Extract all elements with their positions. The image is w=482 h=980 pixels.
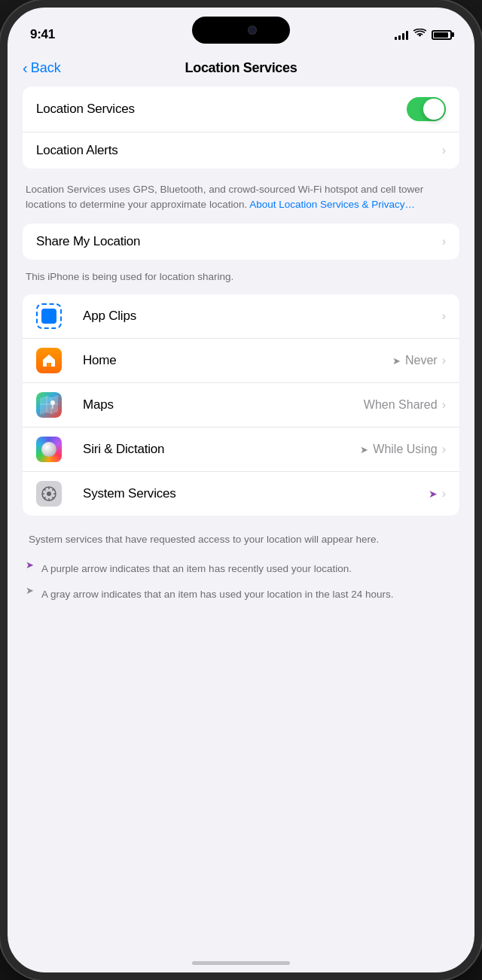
- system-services-note: System services that have requested acce…: [26, 525, 456, 558]
- home-indicator: [192, 961, 290, 965]
- chevron-icon: ›: [442, 354, 446, 367]
- svg-line-10: [52, 498, 53, 499]
- share-location-right: ›: [442, 235, 446, 248]
- location-alerts-label: Location Alerts: [36, 143, 118, 158]
- location-arrow-icon: ➤: [392, 355, 401, 367]
- app-clips-label: App Clips: [83, 309, 136, 324]
- svg-rect-0: [47, 363, 50, 367]
- maps-app-right: When Shared ›: [364, 398, 446, 412]
- system-location-arrow-icon: ➤: [429, 488, 438, 500]
- maps-app-icon: [36, 392, 62, 418]
- signal-icon: [395, 29, 408, 40]
- home-app-left: Home: [36, 348, 117, 373]
- gray-arrow-icon: ➤: [26, 585, 34, 596]
- svg-line-11: [52, 489, 53, 491]
- svg-point-4: [47, 492, 51, 496]
- siri-row[interactable]: Siri & Dictation ➤ While Using ›: [23, 428, 459, 472]
- wifi-icon: [413, 29, 426, 41]
- chevron-icon: ›: [442, 144, 446, 157]
- battery-icon: [432, 30, 452, 40]
- phone-frame: 9:41: [0, 0, 482, 980]
- home-app-right: ➤ Never ›: [392, 354, 446, 367]
- chevron-icon: ›: [442, 235, 446, 248]
- location-alerts-row[interactable]: Location Alerts ›: [23, 132, 459, 169]
- dynamic-island-dot: [249, 26, 256, 34]
- chevron-icon: ›: [442, 443, 446, 456]
- siri-label: Siri & Dictation: [83, 442, 164, 457]
- page-title: Location Services: [185, 60, 297, 76]
- maps-app-left: Maps: [36, 392, 114, 418]
- nav-bar: ‹ Back Location Services: [8, 53, 474, 84]
- gray-arrow-note: ➤ A gray arrow indicates that an item ha…: [26, 584, 456, 610]
- maps-app-row[interactable]: Maps When Shared ›: [23, 383, 459, 428]
- home-status: Never: [405, 354, 438, 367]
- app-clips-row[interactable]: App Clips ›: [23, 294, 459, 339]
- status-time: 9:41: [30, 27, 55, 42]
- privacy-link[interactable]: About Location Services & Privacy…: [249, 199, 415, 210]
- chevron-icon: ›: [442, 398, 446, 412]
- siri-left: Siri & Dictation: [36, 437, 164, 462]
- back-button[interactable]: ‹ Back: [23, 60, 61, 76]
- gray-note-text: A gray arrow indicates that an item has …: [41, 584, 394, 605]
- location-alerts-right: ›: [442, 144, 446, 157]
- chevron-icon: ›: [442, 487, 446, 501]
- system-services-right: ➤ ›: [429, 487, 446, 501]
- share-location-row[interactable]: Share My Location ›: [23, 224, 459, 260]
- location-services-card: Location Services Location Alerts ›: [23, 87, 459, 169]
- siri-icon: [36, 437, 62, 462]
- location-arrow-icon: ➤: [360, 444, 368, 455]
- location-services-row: Location Services: [23, 87, 459, 132]
- purple-arrow-icon: ➤: [26, 559, 34, 571]
- system-services-row[interactable]: System Services ➤ ›: [23, 472, 459, 516]
- maps-app-label: Maps: [83, 397, 114, 412]
- svg-line-9: [44, 489, 46, 491]
- status-icons: [395, 29, 452, 41]
- home-app-icon: [36, 348, 62, 373]
- home-app-row[interactable]: Home ➤ Never ›: [23, 339, 459, 383]
- system-services-label: System Services: [83, 486, 176, 501]
- toggle-knob: [423, 99, 444, 120]
- app-clips-icon: [36, 303, 62, 329]
- purple-arrow-note: ➤ A purple arrow indicates that an item …: [26, 558, 456, 584]
- battery-fill: [434, 32, 448, 38]
- system-services-left: System Services: [36, 481, 176, 507]
- location-services-toggle[interactable]: [407, 97, 446, 121]
- share-description: This iPhone is being used for location s…: [23, 266, 459, 295]
- siri-status: While Using: [373, 443, 437, 456]
- status-bar: 9:41: [8, 8, 474, 53]
- dynamic-island: [192, 17, 290, 44]
- footer-notes: System services that have requested acce…: [23, 522, 459, 613]
- app-list: App Clips › Home: [23, 294, 459, 516]
- location-description: Location Services uses GPS, Bluetooth, a…: [23, 175, 459, 224]
- location-services-label: Location Services: [36, 102, 135, 117]
- chevron-icon: ›: [442, 309, 446, 323]
- back-chevron-icon: ‹: [23, 60, 28, 75]
- share-location-label: Share My Location: [36, 234, 140, 249]
- maps-status: When Shared: [364, 398, 438, 412]
- siri-right: ➤ While Using ›: [360, 443, 446, 456]
- share-location-card: Share My Location ›: [23, 224, 459, 260]
- app-clips-left: App Clips: [36, 303, 136, 329]
- home-app-label: Home: [83, 353, 117, 368]
- system-services-icon: [36, 481, 62, 507]
- svg-line-12: [44, 498, 46, 499]
- main-content: Location Services Location Alerts › Loca…: [8, 87, 474, 619]
- back-label[interactable]: Back: [31, 60, 61, 76]
- app-clips-right: ›: [442, 309, 446, 323]
- purple-note-text: A purple arrow indicates that an item ha…: [41, 558, 352, 580]
